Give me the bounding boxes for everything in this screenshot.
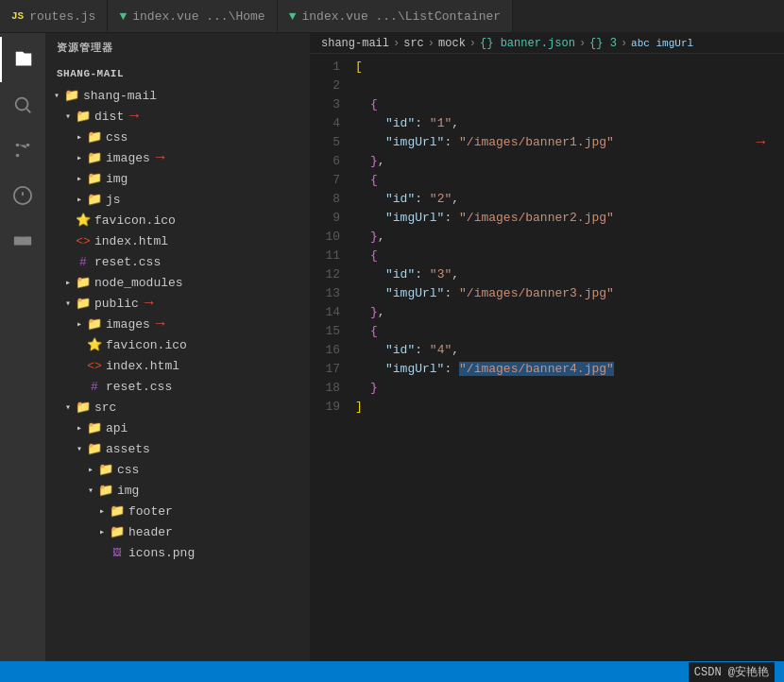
- code-line-7: {: [348, 171, 784, 190]
- code-line-1: [: [348, 58, 784, 77]
- code-line-12: "id": "3",: [348, 265, 784, 284]
- code-line-13: "imgUrl": "/images/banner3.jpg": [348, 284, 784, 303]
- code-line-5: "imgUrl": "/images/banner1.jpg"→: [348, 133, 784, 152]
- arrow-assets-img: [83, 485, 98, 496]
- tree-item-src[interactable]: 📁 src: [45, 397, 310, 418]
- folder-icon-node-modules: 📁: [76, 275, 91, 290]
- code-line-17: "imgUrl": "/images/banner4.jpg": [348, 360, 784, 379]
- search-icon[interactable]: [0, 82, 45, 128]
- breadcrumb-json: {} banner.json: [480, 37, 575, 50]
- folder-icon-public-images: 📁: [87, 316, 102, 332]
- png-icon-icons: 🖼: [110, 547, 125, 558]
- arrow-public-images: [72, 318, 87, 330]
- code-line-8: "id": "2",: [348, 190, 784, 209]
- code-line-18: }: [348, 379, 784, 398]
- tree-item-assets-css[interactable]: 📁 css: [45, 459, 310, 480]
- tree-item-dist-css[interactable]: 📁 css: [45, 127, 310, 147]
- tab-index-vue-list[interactable]: ▼ index.vue ...\ListContainer: [278, 0, 513, 32]
- code-line-15: {: [348, 322, 784, 341]
- watermark: CSDN @安艳艳: [689, 662, 775, 682]
- folder-icon-dist-js: 📁: [87, 192, 102, 207]
- arrow-assets-css: [83, 464, 98, 475]
- arrow-src-assets: [72, 443, 87, 454]
- code-line-11: {: [348, 247, 784, 265]
- tree-item-assets-img-header[interactable]: 📁 header: [45, 521, 310, 542]
- tree-item-dist-indexhtml[interactable]: <> index.html: [45, 230, 310, 251]
- tree-item-dist-js[interactable]: 📁 js: [45, 189, 310, 210]
- explorer-root: SHANG-MAIL: [45, 62, 310, 85]
- tree-item-dist[interactable]: 📁 dist →: [45, 106, 310, 127]
- folder-icon-img-header: 📁: [110, 524, 125, 539]
- tree-item-public-favicon[interactable]: ⭐ favicon.ico: [45, 334, 310, 355]
- arrow-src-api: [72, 422, 87, 434]
- tab-bar: JS routes.js ▼ index.vue ...\Home ▼ inde…: [0, 0, 784, 33]
- folder-icon-dist-images: 📁: [87, 150, 102, 165]
- breadcrumb-imgurl: abc imgUrl: [631, 38, 693, 49]
- code-line-2: [348, 77, 784, 95]
- breadcrumb-3: {} 3: [589, 37, 617, 50]
- code-line-16: "id": "4",: [348, 341, 784, 360]
- tree-item-src-assets[interactable]: 📁 assets: [45, 438, 310, 459]
- arrow-src: [60, 401, 76, 413]
- svg-point-2: [16, 144, 20, 147]
- vue-icon-2: ▼: [289, 9, 297, 24]
- tree-item-node-modules[interactable]: 📁 node_modules: [45, 272, 310, 293]
- folder-icon-assets-img: 📁: [98, 483, 113, 498]
- tab-routes-js[interactable]: JS routes.js: [0, 0, 108, 32]
- tree-item-public-indexhtml[interactable]: <> index.html: [45, 355, 310, 376]
- arrow-public: [60, 298, 76, 309]
- explorer-icon[interactable]: [0, 37, 45, 82]
- git-icon[interactable]: [0, 128, 45, 173]
- folder-icon-src: 📁: [76, 400, 91, 415]
- status-bar: CSDN @安艳艳: [0, 661, 784, 682]
- code-line-9: "imgUrl": "/images/banner2.jpg": [348, 209, 784, 228]
- css-icon-dist: #: [76, 255, 91, 269]
- code-line-10: },: [348, 228, 784, 247]
- folder-icon-dist-img: 📁: [87, 171, 102, 186]
- tree-item-assets-img-footer[interactable]: 📁 footer: [45, 501, 310, 521]
- folder-icon-src-api: 📁: [87, 420, 102, 435]
- svg-rect-6: [23, 236, 31, 245]
- code-line-4: "id": "1",: [348, 114, 784, 133]
- svg-point-3: [26, 144, 30, 147]
- arrow-dist-css: [72, 131, 87, 143]
- code-line-14: },: [348, 303, 784, 322]
- sidebar-title: 资源管理器: [45, 33, 310, 62]
- breadcrumb: shang-mail › src › mock › {} banner.json…: [310, 33, 784, 54]
- js-icon: JS: [11, 10, 24, 22]
- svg-line-1: [26, 109, 30, 112]
- tree-item-public[interactable]: 📁 public →: [45, 293, 310, 314]
- svg-point-4: [16, 154, 20, 158]
- folder-icon-dist: 📁: [76, 109, 91, 124]
- arrow-shang-mail: [49, 90, 64, 101]
- tree-item-public-images[interactable]: 📁 images →: [45, 314, 310, 334]
- code-line-6: },: [348, 152, 784, 171]
- code-editor[interactable]: 12345 678910 1112131415 16171819 [ { "id…: [310, 54, 784, 661]
- tab-index-vue-home[interactable]: ▼ index.vue ...\Home: [108, 0, 277, 32]
- tree-item-dist-favicon[interactable]: ⭐ favicon.ico: [45, 210, 310, 230]
- folder-icon-src-assets: 📁: [87, 441, 102, 456]
- tree-item-dist-img[interactable]: 📁 img: [45, 168, 310, 189]
- editor-area: shang-mail › src › mock › {} banner.json…: [310, 33, 784, 661]
- debug-icon[interactable]: [0, 173, 45, 218]
- tree-item-dist-images[interactable]: 📁 images →: [45, 147, 310, 168]
- red-arrow-public-images: →: [156, 315, 165, 332]
- code-content: [ { "id": "1", "imgUrl": "/images/banner…: [348, 54, 784, 661]
- tree-item-public-resetcss[interactable]: # reset.css: [45, 376, 310, 397]
- folder-icon-assets-css: 📁: [98, 462, 113, 477]
- svg-rect-5: [14, 236, 23, 245]
- arrow-img-footer: [94, 505, 110, 517]
- ico-icon-public-favicon: ⭐: [87, 337, 102, 352]
- red-arrow-public: →: [145, 295, 154, 312]
- tree-item-assets-img-iconspng[interactable]: 🖼 icons.png: [45, 542, 310, 563]
- tree-item-assets-img[interactable]: 📁 img: [45, 480, 310, 501]
- sidebar: 资源管理器 SHANG-MAIL 📁 shang-mail 📁 dist → 📁…: [45, 33, 310, 661]
- extensions-icon[interactable]: [0, 218, 45, 264]
- tree-item-shang-mail[interactable]: 📁 shang-mail: [45, 85, 310, 106]
- ico-icon-dist-favicon: ⭐: [76, 213, 91, 228]
- html-icon-public: <>: [87, 359, 102, 373]
- tree-item-src-api[interactable]: 📁 api: [45, 418, 310, 438]
- tree-item-dist-resetcss[interactable]: # reset.css: [45, 251, 310, 272]
- arrow-dist-img: [72, 173, 87, 184]
- arrow-dist-js: [72, 194, 87, 205]
